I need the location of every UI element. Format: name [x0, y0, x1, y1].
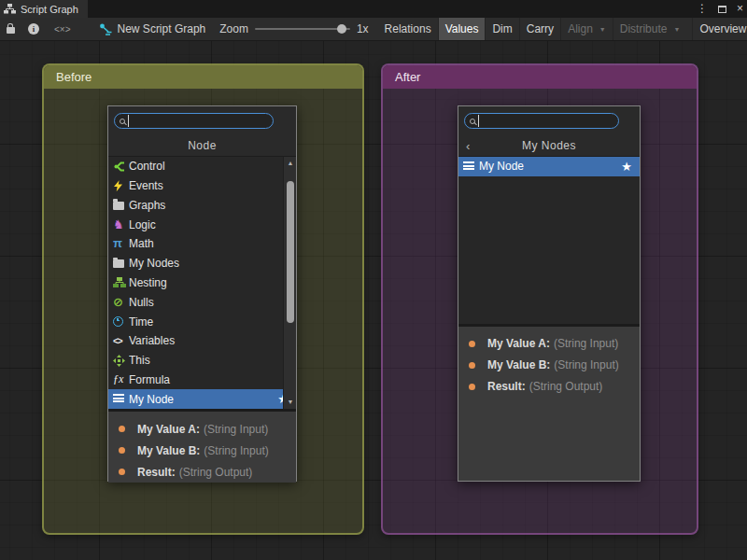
- search-input[interactable]: [478, 115, 613, 127]
- search-row: [108, 106, 296, 135]
- search-box[interactable]: [114, 113, 274, 129]
- finder-item-math[interactable]: π Math ›: [108, 234, 296, 254]
- scrollbar-thumb[interactable]: [287, 181, 294, 323]
- folder-icon: [113, 259, 129, 268]
- finder-item-time[interactable]: Time ›: [108, 312, 296, 331]
- zoom-label: Zoom: [219, 22, 248, 35]
- tab-bar: Script Graph ⋮ ×: [0, 0, 747, 18]
- finder-item-my-node-selected[interactable]: My Node ★: [108, 389, 296, 409]
- dropdown-arrow-icon: ▼: [599, 26, 606, 33]
- folder-icon: [113, 201, 129, 210]
- finder-item-variables[interactable]: <> Variables ›: [108, 331, 296, 351]
- carry-button[interactable]: Carry: [519, 18, 560, 40]
- dim-button[interactable]: Dim: [485, 18, 518, 40]
- group-title: Before: [56, 70, 92, 84]
- toggle-buttons: Relations Values Dim Carry Align▼ Distri…: [378, 18, 747, 40]
- clock-icon: [113, 316, 129, 327]
- finder-item-nesting[interactable]: Nesting ›: [108, 273, 296, 293]
- scrollbar[interactable]: ▲ ▼: [283, 157, 296, 409]
- zoom-slider[interactable]: [255, 28, 350, 30]
- knight-icon: ♞: [113, 219, 129, 231]
- port-dot-icon[interactable]: [119, 447, 125, 454]
- port-dot-icon[interactable]: [119, 426, 125, 432]
- search-box[interactable]: [464, 113, 619, 129]
- code-view-icon: <×>: [54, 24, 71, 35]
- null-icon: ⊘: [113, 297, 129, 308]
- finder-header: ‹ My Nodes: [458, 135, 640, 157]
- back-chevron-icon[interactable]: ‹: [466, 136, 471, 156]
- control-flow-icon: [113, 161, 129, 173]
- port-dot-icon[interactable]: [119, 469, 125, 475]
- graph-canvas[interactable]: Before After Node Control ›: [0, 41, 747, 560]
- dropdown-arrow-icon: ▼: [673, 26, 680, 33]
- fuzzy-finder-before: Node Control › Events › Graphs ›: [107, 105, 297, 482]
- zoom-value: 1x: [357, 22, 369, 35]
- scroll-down-icon[interactable]: ▼: [284, 397, 296, 408]
- tab-script-graph[interactable]: Script Graph: [0, 0, 88, 18]
- finder-item-nulls[interactable]: ⊘ Nulls ›: [108, 292, 296, 312]
- group-after-header[interactable]: After: [383, 65, 697, 89]
- finder-item-graphs[interactable]: Graphs ›: [108, 196, 296, 216]
- fuzzy-finder-after: ‹ My Nodes My Node ★ My Value A: (String…: [458, 105, 641, 482]
- node-ports-panel: My Value A: (String Input) My Value B: (…: [108, 412, 296, 483]
- node-icon: [463, 161, 479, 172]
- port-row[interactable]: Result: (String Output): [108, 461, 296, 483]
- new-script-graph-button[interactable]: New Script Graph: [92, 18, 213, 40]
- finder-item-control[interactable]: Control ›: [108, 157, 296, 176]
- search-icon: [120, 119, 125, 124]
- close-icon[interactable]: ×: [737, 0, 743, 18]
- finder-item-formula[interactable]: ƒx Formula: [108, 370, 296, 389]
- window-controls: ⋮ ×: [697, 0, 743, 18]
- port-dot-icon[interactable]: [469, 384, 475, 390]
- zoom-slider-handle[interactable]: [337, 24, 346, 34]
- zoom-control: Zoom 1x: [212, 18, 375, 40]
- nesting-icon: [113, 276, 129, 288]
- finder-item-my-nodes[interactable]: My Nodes ›: [108, 254, 296, 273]
- node-icon: [113, 394, 129, 404]
- search-input[interactable]: [128, 115, 268, 127]
- finder-list-empty: [458, 176, 640, 324]
- toolbar: <×> New Script Graph Zoom 1x Relations V…: [0, 18, 747, 41]
- pi-icon: π: [113, 238, 129, 249]
- group-before-header[interactable]: Before: [44, 65, 362, 89]
- finder-item-my-node-selected[interactable]: My Node ★: [458, 157, 640, 176]
- node-wire-icon: [99, 23, 113, 35]
- port-row[interactable]: My Value A: (String Input): [108, 418, 296, 440]
- info-icon: [28, 23, 39, 35]
- port-row[interactable]: My Value B: (String Input): [458, 355, 640, 376]
- maximize-icon[interactable]: [718, 6, 726, 13]
- finder-item-this[interactable]: This: [108, 351, 296, 371]
- search-row: [458, 106, 640, 135]
- kebab-menu-icon[interactable]: ⋮: [697, 0, 708, 18]
- group-title: After: [395, 70, 420, 84]
- overview-button[interactable]: Overview: [692, 18, 747, 40]
- info-button[interactable]: [21, 18, 46, 40]
- finder-item-logic[interactable]: ♞ Logic ›: [108, 215, 296, 234]
- tab-label: Script Graph: [21, 4, 78, 15]
- port-row[interactable]: My Value B: (String Input): [108, 440, 296, 461]
- align-dropdown[interactable]: Align▼: [560, 18, 613, 40]
- distribute-dropdown[interactable]: Distribute▼: [613, 18, 687, 40]
- finder-item-events[interactable]: Events ›: [108, 176, 296, 196]
- scroll-up-icon[interactable]: ▲: [284, 158, 296, 169]
- port-dot-icon[interactable]: [469, 341, 475, 347]
- relations-button[interactable]: Relations: [378, 18, 438, 40]
- this-icon: [113, 355, 129, 367]
- lock-button[interactable]: [0, 18, 21, 40]
- finder-header-label: My Nodes: [522, 139, 576, 152]
- port-row[interactable]: My Value A: (String Input): [458, 333, 640, 355]
- port-row[interactable]: Result: (String Output): [458, 376, 640, 398]
- favorite-star-icon[interactable]: ★: [621, 160, 632, 174]
- node-ports-panel: My Value A: (String Input) My Value B: (…: [458, 327, 640, 481]
- lock-icon: [7, 27, 15, 34]
- script-graph-window: Script Graph ⋮ × <×> New Script Graph Zo…: [0, 0, 747, 560]
- finder-list: Control › Events › Graphs › ♞ Logic ›: [108, 157, 296, 409]
- lightning-icon: [113, 180, 129, 191]
- port-dot-icon[interactable]: [469, 362, 475, 369]
- values-button[interactable]: Values: [438, 18, 486, 40]
- code-view-button[interactable]: <×>: [48, 18, 78, 40]
- search-icon: [470, 119, 475, 124]
- new-script-graph-label: New Script Graph: [118, 22, 206, 35]
- brackets-icon: <>: [113, 336, 129, 346]
- finder-header-label: Node: [188, 139, 217, 152]
